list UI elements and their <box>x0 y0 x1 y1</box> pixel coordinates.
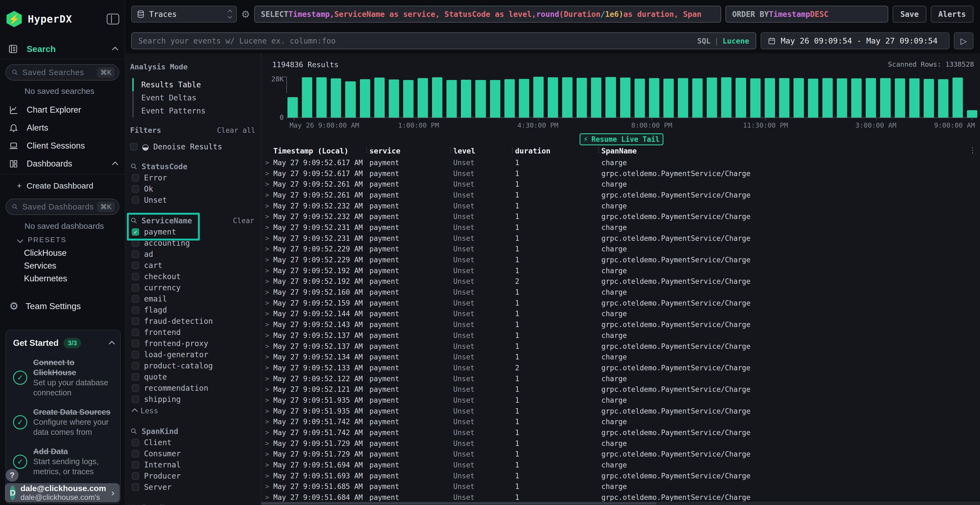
expand-row-chevron-icon[interactable]: > <box>265 364 273 372</box>
histogram-bar[interactable] <box>403 80 414 118</box>
expand-row-chevron-icon[interactable]: > <box>265 299 273 307</box>
expand-row-chevron-icon[interactable]: > <box>265 483 273 490</box>
filter-option[interactable]: frontend-proxy <box>130 338 255 349</box>
get-started-item[interactable]: ✓ Create Data Sources Configure where yo… <box>13 407 113 437</box>
expand-row-chevron-icon[interactable]: > <box>265 472 273 480</box>
table-row[interactable]: >May 27 9:09:52.232 AMpaymentUnset1grpc.… <box>265 211 972 222</box>
filter-option[interactable]: frontend <box>130 327 255 338</box>
save-button[interactable]: Save <box>892 6 926 22</box>
expand-row-chevron-icon[interactable]: > <box>265 407 273 415</box>
histogram-bar[interactable] <box>533 77 544 118</box>
table-row[interactable]: >May 27 9:09:51.685 AMpaymentUnset1charg… <box>265 481 972 492</box>
lucene-mode-toggle[interactable]: Lucene <box>722 37 749 45</box>
clear-filter-button[interactable]: Clear <box>233 217 254 225</box>
filter-option[interactable]: cart <box>130 260 255 271</box>
table-row[interactable]: >May 27 9:09:51.684 AMpaymentUnset1grpc.… <box>265 492 972 501</box>
expand-row-chevron-icon[interactable]: > <box>265 375 273 383</box>
histogram-bar[interactable] <box>822 78 833 118</box>
histogram-bar[interactable] <box>765 78 775 118</box>
table-row[interactable]: >May 27 9:09:52.617 AMpaymentUnset1grpc.… <box>265 168 972 179</box>
sql-orderby-editor[interactable]: ORDER BY Timestamp DESC <box>725 6 888 22</box>
filter-option[interactable]: Client <box>130 437 255 448</box>
filter-option[interactable]: currency <box>130 282 255 293</box>
checkbox[interactable] <box>132 197 139 204</box>
filter-option[interactable]: product-catalog <box>130 360 255 372</box>
help-button[interactable]: ? <box>6 469 19 481</box>
horizontal-scrollbar[interactable] <box>261 502 980 505</box>
filter-option[interactable]: accounting <box>130 238 255 249</box>
histogram-bar[interactable] <box>909 78 920 118</box>
expand-row-chevron-icon[interactable]: > <box>265 191 273 199</box>
checkbox[interactable] <box>132 251 139 258</box>
table-row[interactable]: >May 27 9:09:52.144 AMpaymentUnset1charg… <box>265 308 972 319</box>
histogram-bar[interactable] <box>374 78 385 118</box>
search-icon[interactable] <box>130 504 138 505</box>
filter-option[interactable]: Server <box>130 481 255 493</box>
expand-row-chevron-icon[interactable]: > <box>265 224 273 231</box>
histogram-bar[interactable] <box>924 79 934 118</box>
checkbox[interactable] <box>132 340 139 347</box>
table-row[interactable]: >May 27 9:09:52.231 AMpaymentUnset1grpc.… <box>265 233 972 244</box>
histogram-bar[interactable] <box>447 80 457 118</box>
checkbox[interactable] <box>132 329 139 336</box>
histogram-bar[interactable] <box>735 78 746 118</box>
chevron-up-icon[interactable] <box>112 47 118 53</box>
expand-row-chevron-icon[interactable]: > <box>265 202 273 210</box>
expand-row-chevron-icon[interactable]: > <box>265 440 273 447</box>
clear-all-filters-button[interactable]: Clear all <box>217 126 255 134</box>
histogram-bar[interactable] <box>967 110 977 118</box>
expand-row-chevron-icon[interactable]: > <box>265 278 273 285</box>
checkbox[interactable] <box>132 351 139 358</box>
filter-option[interactable]: recommendation <box>130 383 255 394</box>
table-row[interactable]: >May 27 9:09:51.742 AMpaymentUnset1charg… <box>265 416 972 427</box>
filter-option[interactable]: checkout <box>130 271 255 282</box>
search-icon[interactable] <box>130 217 138 224</box>
histogram-bar[interactable] <box>938 79 948 118</box>
table-row[interactable]: >May 27 9:09:52.231 AMpaymentUnset1charg… <box>265 222 972 233</box>
user-menu[interactable]: D dale@clickhouse.com dale@clickhouse.co… <box>5 483 120 502</box>
histogram-bar[interactable] <box>389 79 399 118</box>
histogram-bar[interactable] <box>794 78 804 118</box>
sidebar-item-search[interactable]: Search <box>8 43 116 56</box>
checkbox[interactable] <box>132 439 139 446</box>
filter-option[interactable]: flagd <box>130 305 255 316</box>
expand-row-chevron-icon[interactable]: > <box>265 386 273 393</box>
histogram-bar[interactable] <box>288 97 298 118</box>
filter-option[interactable]: Consumer <box>130 448 255 459</box>
table-row[interactable]: >May 27 9:09:52.121 AMpaymentUnset1grpc.… <box>265 384 972 395</box>
expand-row-chevron-icon[interactable]: > <box>265 256 273 264</box>
column-header-level[interactable]: ⋮⋮level <box>453 147 515 155</box>
checkbox[interactable] <box>132 284 139 291</box>
expand-row-chevron-icon[interactable]: > <box>265 429 273 437</box>
histogram-bar[interactable] <box>635 79 645 118</box>
checkbox[interactable] <box>132 395 139 403</box>
expand-row-chevron-icon[interactable]: > <box>265 343 273 350</box>
checkbox[interactable] <box>132 461 139 468</box>
checkbox[interactable] <box>132 295 139 303</box>
saved-searches-input[interactable]: Saved Searches ⌘K <box>5 64 119 81</box>
histogram-bar[interactable] <box>895 78 905 118</box>
histogram-bar[interactable] <box>880 78 891 118</box>
resume-live-tail-button[interactable]: ⚡ Resume Live Tail <box>579 133 663 145</box>
table-row[interactable]: >May 27 9:09:52.232 AMpaymentUnset1charg… <box>265 200 972 211</box>
create-dashboard-button[interactable]: +Create Dashboard <box>17 181 93 191</box>
filter-option[interactable]: email <box>130 293 255 305</box>
filter-option[interactable]: fraud-detection <box>130 316 255 327</box>
search-icon[interactable] <box>130 163 138 170</box>
histogram-bar[interactable] <box>808 79 818 118</box>
checkbox[interactable] <box>132 472 139 480</box>
table-row[interactable]: >May 27 9:09:52.143 AMpaymentUnset1grpc.… <box>265 319 972 330</box>
column-header-spanname[interactable]: ⋮⋮SpanName <box>601 147 965 155</box>
checkbox[interactable] <box>132 240 139 247</box>
histogram-bar[interactable] <box>548 77 558 118</box>
histogram-bar[interactable] <box>953 78 963 118</box>
table-row[interactable]: >May 27 9:09:51.729 AMpaymentUnset1grpc.… <box>265 449 972 460</box>
expand-row-chevron-icon[interactable]: > <box>265 310 273 318</box>
column-header-service[interactable]: ⋮⋮service <box>369 147 453 155</box>
filter-option[interactable]: Unset <box>130 195 255 206</box>
column-header-duration[interactable]: ⋮⋮duration <box>515 147 601 155</box>
collapse-sidebar-icon[interactable] <box>107 14 119 24</box>
histogram-bar[interactable] <box>865 78 876 118</box>
histogram-bar[interactable] <box>605 77 616 118</box>
filter-option[interactable]: load-generator <box>130 349 255 360</box>
